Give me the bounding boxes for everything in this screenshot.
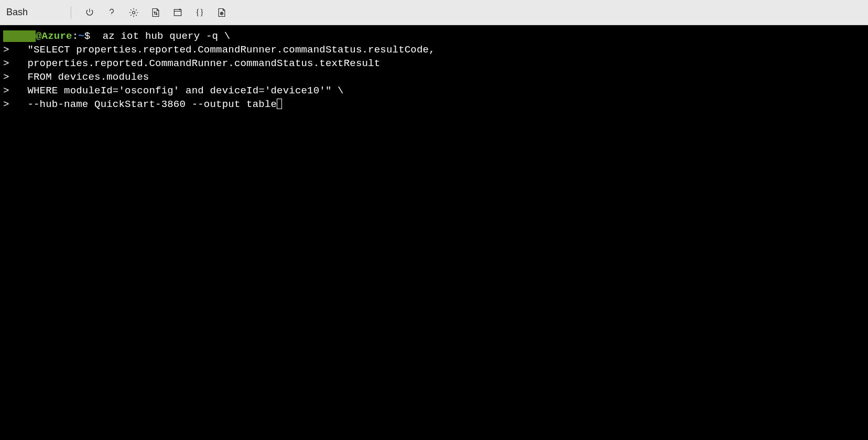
cloud-shell-toolbar: Bash [0, 0, 868, 25]
new-session-icon[interactable] [172, 7, 183, 18]
continuation-prompt: > [3, 99, 9, 110]
power-restart-icon[interactable] [84, 7, 95, 18]
terminal-output[interactable]: █████@Azure:~$ az iot hub query -q \ > "… [0, 25, 868, 440]
prompt-dollar: $ [84, 30, 91, 42]
editor-braces-icon[interactable] [194, 7, 205, 18]
shell-selector-label: Bash [6, 7, 59, 18]
command-line-2: "SELECT properties.reported.CommandRunne… [9, 44, 435, 56]
continuation-prompt: > [3, 58, 9, 69]
svg-rect-1 [174, 9, 181, 16]
prompt-user-redacted: █████ [3, 30, 36, 42]
terminal-cursor [277, 99, 282, 109]
prompt-colon: : [72, 30, 79, 42]
help-icon[interactable] [106, 7, 117, 18]
svg-point-0 [133, 11, 135, 14]
prompt-host: @Azure [36, 30, 72, 42]
upload-download-icon[interactable] [150, 7, 161, 18]
shell-selector-dropdown[interactable]: Bash [5, 7, 63, 18]
toolbar-divider [71, 6, 71, 19]
command-line-4: FROM devices.modules [9, 71, 149, 83]
prompt-path: ~ [78, 30, 84, 42]
settings-gear-icon[interactable] [128, 7, 139, 18]
command-line-6: --hub-name QuickStart-3860 --output tabl… [9, 99, 277, 110]
continuation-prompt: > [3, 71, 9, 83]
continuation-prompt: > [3, 44, 9, 56]
command-line-1: az iot hub query -q \ [90, 30, 230, 42]
web-preview-icon[interactable] [216, 7, 227, 18]
continuation-prompt: > [3, 85, 9, 96]
command-line-5: WHERE moduleId='osconfig' and deviceId='… [9, 85, 344, 96]
svg-point-3 [221, 13, 222, 14]
command-line-3: properties.reported.CommandRunner.comman… [9, 58, 381, 69]
